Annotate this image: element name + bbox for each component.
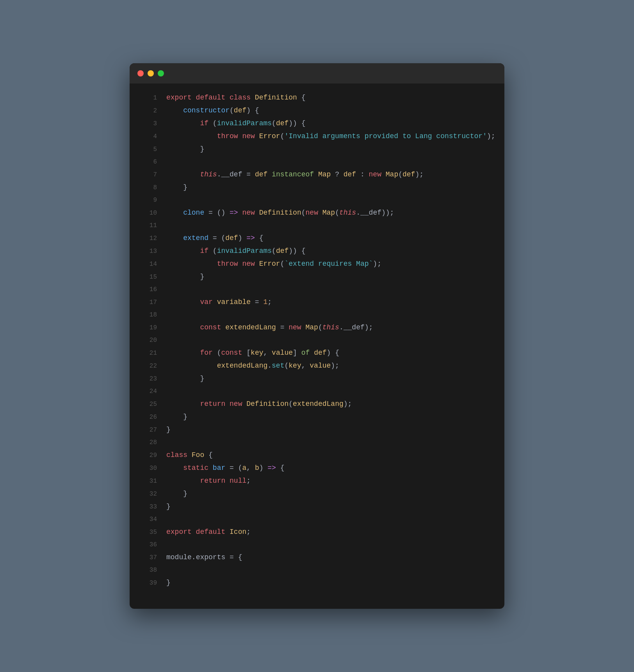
- minimize-button[interactable]: [148, 70, 154, 76]
- code-line: 33 }: [141, 500, 493, 513]
- code-line: 23 }: [141, 372, 493, 385]
- code-line: 11: [141, 219, 493, 232]
- code-line: 31 return null;: [141, 475, 493, 487]
- maximize-button[interactable]: [158, 70, 164, 76]
- code-line: 8 }: [141, 181, 493, 194]
- code-line: 18: [141, 309, 493, 321]
- code-line: 36: [141, 539, 493, 551]
- code-line: 6: [141, 156, 493, 168]
- code-line: 13 if (invalidParams(def)) {: [141, 245, 493, 258]
- code-line: 38: [141, 564, 493, 576]
- code-line: 32 }: [141, 487, 493, 500]
- code-line: 21 for (const [key, value] of def) {: [141, 347, 493, 359]
- code-area: 1 export default class Definition { 2 co…: [130, 84, 504, 597]
- code-editor-window: 1 export default class Definition { 2 co…: [130, 63, 504, 609]
- code-line: 34: [141, 513, 493, 526]
- code-line: 17 var variable = 1;: [141, 296, 493, 309]
- code-line: 14 throw new Error(`extend requires Map`…: [141, 258, 493, 270]
- code-line: 19 const extendedLang = new Map(this.__d…: [141, 321, 493, 334]
- code-line: 12 extend = (def) => {: [141, 232, 493, 245]
- code-line: 5 }: [141, 143, 493, 156]
- code-line: 15 }: [141, 270, 493, 283]
- code-line: 20: [141, 334, 493, 347]
- code-line: 25 return new Definition(extendedLang);: [141, 398, 493, 411]
- code-line: 4 throw new Error('Invalid arguments pro…: [141, 130, 493, 143]
- code-line: 29 class Foo {: [141, 449, 493, 462]
- code-line: 35 export default Icon;: [141, 526, 493, 539]
- code-line: 9: [141, 194, 493, 206]
- code-line: 22 extendedLang.set(key, value);: [141, 359, 493, 372]
- code-line: 37 module.exports = {: [141, 551, 493, 564]
- code-line: 10 clone = () => new Definition(new Map(…: [141, 206, 493, 219]
- code-line: 24: [141, 385, 493, 398]
- code-line: 26 }: [141, 411, 493, 423]
- code-line: 7 this.__def = def instanceof Map ? def …: [141, 168, 493, 181]
- code-line: 30 static bar = (a, b) => {: [141, 462, 493, 475]
- close-button[interactable]: [137, 70, 144, 76]
- titlebar: [130, 63, 504, 84]
- code-line: 27 }: [141, 423, 493, 436]
- code-line: 1 export default class Definition {: [141, 91, 493, 104]
- code-line: 3 if (invalidParams(def)) {: [141, 117, 493, 130]
- code-line: 39 }: [141, 576, 493, 589]
- code-line: 2 constructor(def) {: [141, 104, 493, 117]
- code-line: 16: [141, 283, 493, 296]
- code-line: 28: [141, 436, 493, 449]
